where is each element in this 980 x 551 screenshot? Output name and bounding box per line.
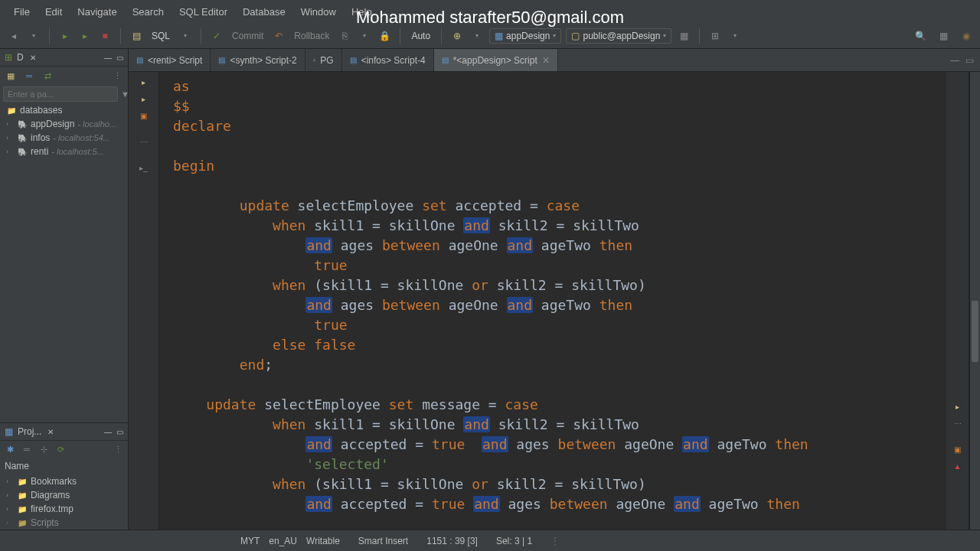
breakpoint-icon[interactable]: ▣	[952, 444, 963, 455]
vertical-scrollbar[interactable]	[969, 72, 980, 530]
minimize-editor-icon[interactable]: —	[950, 55, 959, 66]
tree-root-databases[interactable]: 📁 databases	[0, 103, 128, 117]
code-editor[interactable]: as $$ declare begin update selectEmploye…	[159, 72, 946, 530]
menu-search[interactable]: Search	[125, 3, 172, 21]
sql-file-icon: ▤	[136, 56, 143, 64]
db-dropdown-arrow-icon[interactable]: ▾	[469, 28, 485, 44]
run-alt-icon[interactable]: ▸	[77, 28, 93, 44]
marker-icon[interactable]: ⋯	[139, 136, 149, 147]
expand-icon[interactable]: ›	[6, 120, 14, 128]
link-icon[interactable]: ⇄	[41, 70, 54, 82]
tab-appdesign-script[interactable]: ▤*<appDesign> Script✕	[434, 49, 558, 71]
breakpoint-icon[interactable]: ▣	[139, 110, 149, 121]
menu-icon[interactable]: ⋮	[111, 70, 123, 82]
tree-root-label: databases	[20, 105, 62, 116]
back-dropdown-icon[interactable]: ▾	[26, 28, 41, 44]
projects-panel: ▦ Proj... ✕ — ▭ ✱ ═ ⊹ ⟳ ⋮ Name ›📁 Bookma…	[0, 422, 128, 530]
projects-tree: ›📁 Bookmarks ›📁 Diagrams ›📁 firefox.tmp …	[0, 474, 128, 530]
commit-icon[interactable]: ✓	[209, 28, 224, 44]
new-connection-icon[interactable]: ▦	[5, 70, 17, 82]
proj-item-bookmarks[interactable]: ›📁 Bookmarks	[0, 474, 128, 488]
projects-tab[interactable]: ▦ Proj... ✕ — ▭	[0, 423, 128, 441]
proj-link-icon[interactable]: ⊹	[38, 444, 49, 455]
dbeaver-logo-icon: ◉	[959, 28, 974, 44]
projects-icon: ▦	[5, 426, 13, 437]
tab-pg[interactable]: ▫PG	[305, 49, 342, 71]
sql-dropdown-icon[interactable]: ▾	[178, 28, 193, 44]
explain-dropdown-icon[interactable]: ▾	[727, 28, 743, 44]
run-statement-icon[interactable]: ▸	[952, 401, 963, 412]
rollback-icon[interactable]: ↶	[271, 28, 286, 44]
tab-infos-script4[interactable]: ▤<infos> Script-4	[342, 49, 434, 71]
proj-item-scripts[interactable]: ›📁 Scripts	[0, 516, 128, 530]
tree-db-appdesign[interactable]: › 🐘 appDesign - localho...	[0, 117, 128, 131]
close-icon[interactable]: ✕	[542, 55, 550, 66]
minimize-icon[interactable]: —	[104, 54, 112, 62]
db-selector-label: appDesign	[506, 31, 550, 41]
projects-name-header: Name	[0, 458, 128, 474]
rollback-label[interactable]: Rollback	[291, 31, 332, 41]
sql-type-label[interactable]: SQL	[149, 31, 173, 41]
proj-collapse-icon[interactable]: ═	[21, 444, 32, 455]
maximize-icon[interactable]: ▭	[116, 428, 123, 436]
db-panel-label: D	[17, 52, 24, 63]
close-icon[interactable]: ✕	[47, 428, 54, 436]
status-timezone: MYT	[240, 536, 260, 546]
expand-icon[interactable]: ›	[6, 134, 14, 142]
minimize-icon[interactable]: —	[104, 428, 112, 436]
run-line-icon[interactable]: ▸	[139, 77, 149, 87]
menu-database[interactable]: Database	[235, 3, 293, 21]
perspective-icon[interactable]: ▦	[936, 28, 951, 44]
proj-item-diagrams[interactable]: ›📁 Diagrams	[0, 488, 128, 502]
commit-label[interactable]: Commit	[229, 31, 266, 41]
scrollbar-thumb[interactable]	[972, 301, 978, 362]
schema-selector[interactable]: ▢ public@appDesign ▾	[566, 28, 671, 44]
tree-db-infos[interactable]: › 🐘 infos - localhost:54...	[0, 131, 128, 145]
schema-selector-label: public@appDesign	[583, 31, 660, 41]
console-icon[interactable]: ▸_	[139, 162, 149, 173]
autocommit-label[interactable]: Auto	[408, 31, 433, 41]
back-arrow-icon[interactable]: ◂	[6, 28, 21, 44]
script-icon[interactable]: ▤	[129, 28, 144, 44]
maximize-editor-icon[interactable]: ▭	[965, 55, 974, 66]
maximize-icon[interactable]: ▭	[116, 54, 123, 62]
filter-input[interactable]	[3, 86, 118, 102]
menu-help[interactable]: Help	[344, 3, 380, 21]
menu-navigate[interactable]: Navigate	[70, 3, 124, 21]
marker-icon[interactable]: ⋯	[952, 418, 963, 429]
explain-icon[interactable]: ⊞	[707, 28, 723, 44]
tree-db-label: renti	[31, 146, 48, 157]
collapse-icon[interactable]: ═	[23, 70, 35, 82]
proj-new-icon[interactable]: ✱	[5, 444, 15, 455]
proj-menu-icon[interactable]: ⋮	[113, 444, 123, 455]
run-line-icon[interactable]: ▸	[139, 93, 149, 104]
stop-icon[interactable]: ■	[97, 28, 113, 44]
tx-mode-icon[interactable]: ⎘	[337, 28, 352, 44]
close-icon[interactable]: ✕	[30, 54, 36, 62]
menu-window[interactable]: Window	[293, 3, 344, 21]
projects-tab-label: Proj...	[18, 426, 41, 437]
status-menu-icon[interactable]: ⋮	[550, 536, 560, 546]
editor-right-gutter: ▸ ⋯ ▣ ▲	[946, 72, 969, 530]
menu-edit[interactable]: Edit	[38, 3, 70, 21]
tab-renti-script[interactable]: ▤<renti> Script	[129, 49, 211, 71]
breakpoint-warn-icon[interactable]: ▲	[952, 461, 963, 471]
tx-dropdown-icon[interactable]: ▾	[357, 28, 372, 44]
menu-file[interactable]: File	[6, 3, 38, 21]
proj-item-firefoxtmp[interactable]: ›📁 firefox.tmp	[0, 502, 128, 516]
tree-host-label: - localho...	[77, 119, 116, 129]
database-navigator-tab[interactable]: ⊞ D ✕ — ▭	[0, 49, 128, 67]
tree-db-renti[interactable]: › 🐘 renti - localhost:5...	[0, 145, 128, 158]
results-icon[interactable]: ▦	[676, 28, 691, 44]
tab-synth-script2[interactable]: ▤<synth> Script-2	[211, 49, 305, 71]
db-connection-icon[interactable]: ⊕	[449, 28, 465, 44]
database-selector[interactable]: ▦ appDesign ▾	[489, 28, 561, 44]
menu-sql-editor[interactable]: SQL Editor	[172, 3, 235, 21]
db-panel-toolbar: ▦ ═ ⇄ ⋮	[0, 67, 128, 85]
proj-refresh-icon[interactable]: ⟳	[55, 444, 66, 455]
run-icon[interactable]: ▸	[57, 28, 73, 44]
expand-icon[interactable]: ›	[6, 148, 14, 155]
folder-icon: 📁	[17, 490, 28, 500]
search-icon[interactable]: 🔍	[913, 28, 928, 44]
lock-icon[interactable]: 🔒	[377, 28, 392, 44]
